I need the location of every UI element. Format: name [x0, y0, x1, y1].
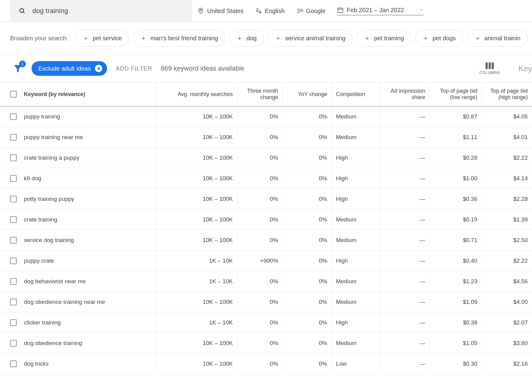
- row-checkbox[interactable]: [10, 113, 17, 120]
- active-filter-chip[interactable]: Exclude adult ideas ✕: [32, 61, 107, 76]
- keyword-search-box[interactable]: dog training: [10, 0, 192, 22]
- targeting-options: United States English Google: [197, 7, 423, 15]
- three-mo-cell: 0%: [237, 189, 283, 209]
- row-checkbox[interactable]: [10, 257, 17, 264]
- yoy-cell: 0%: [283, 148, 332, 168]
- col-keyword[interactable]: Keyword (by relevance): [0, 83, 156, 106]
- three-mo-cell: +900%: [237, 251, 283, 271]
- row-checkbox[interactable]: [10, 278, 17, 285]
- col-competition[interactable]: Competition: [332, 83, 380, 106]
- svg-point-2: [200, 9, 202, 11]
- table-row[interactable]: crate training10K – 100K0%0%Medium—$0.19…: [0, 209, 532, 230]
- table-row[interactable]: dog obedience training10K – 100K0%0%Medi…: [0, 333, 532, 354]
- plus-icon: ＋: [364, 34, 370, 43]
- svg-rect-13: [489, 62, 491, 69]
- svg-point-6: [301, 9, 302, 11]
- row-checkbox[interactable]: [10, 175, 17, 182]
- keyword-cell: puppy crate: [24, 257, 54, 264]
- filter-funnel-button[interactable]: 1: [13, 63, 23, 74]
- three-mo-cell: 0%: [237, 312, 283, 333]
- table-row[interactable]: dog behaviorist near me1K – 10K0%0%Mediu…: [0, 271, 532, 292]
- table-row[interactable]: potty training puppy10K – 100K0%0%High—$…: [0, 189, 532, 209]
- broaden-chip[interactable]: ＋man's best friend training: [133, 30, 225, 47]
- bid-high-cell: $2.16: [482, 354, 532, 374]
- table-row[interactable]: clicker training1K – 10K0%0%High—$0.38$2…: [0, 312, 532, 333]
- row-checkbox[interactable]: [10, 134, 17, 141]
- ad-share-cell: —: [380, 251, 430, 271]
- row-checkbox[interactable]: [10, 237, 17, 244]
- keyword-ideas-table: Keyword (by relevance) Avg. monthly sear…: [0, 82, 532, 374]
- avg-cell: 10K – 100K: [156, 106, 237, 127]
- table-row[interactable]: puppy crate1K – 10K+900%0%High—$0.40$2.2…: [0, 251, 532, 271]
- table-row[interactable]: dog tricks10K – 100K0%0%Low—$0.30$2.16: [0, 354, 532, 374]
- avg-cell: 10K – 100K: [156, 168, 237, 189]
- bid-low-cell: $0.87: [430, 106, 482, 127]
- bid-high-cell: $4.01: [482, 127, 532, 148]
- col-avg-searches[interactable]: Avg. monthly searches: [156, 83, 237, 106]
- location-selector[interactable]: United States: [197, 8, 244, 15]
- row-checkbox[interactable]: [10, 340, 17, 347]
- yoy-cell: 0%: [283, 312, 332, 333]
- bid-high-cell: $2.22: [482, 251, 532, 271]
- row-checkbox[interactable]: [10, 319, 17, 326]
- add-filter-button[interactable]: ADD FILTER: [116, 65, 152, 72]
- broaden-chip[interactable]: ＋pet dogs: [415, 30, 463, 47]
- svg-rect-12: [486, 62, 488, 69]
- top-bar: dog training United States English: [0, 0, 532, 22]
- bid-high-cell: $2.07: [482, 312, 532, 333]
- language-icon: [255, 8, 262, 14]
- ad-share-cell: —: [380, 312, 430, 333]
- plus-icon: ＋: [236, 34, 243, 43]
- language-text: English: [265, 8, 285, 15]
- avg-cell: 10K – 100K: [156, 127, 237, 148]
- three-mo-cell: 0%: [237, 106, 283, 127]
- col-bid-low[interactable]: Top of page bid (low range): [430, 83, 482, 106]
- bid-high-cell: $3.80: [482, 333, 532, 354]
- table-row[interactable]: puppy training near me10K – 100K0%0%Medi…: [0, 127, 532, 148]
- col-bid-high[interactable]: Top of page bid (high range): [482, 83, 532, 106]
- row-checkbox[interactable]: [10, 154, 17, 161]
- cutoff-text: Key: [518, 64, 532, 73]
- col-three-month[interactable]: Three month change: [237, 83, 283, 106]
- keyword-cell: potty training puppy: [24, 196, 74, 202]
- avg-cell: 1K – 10K: [156, 251, 237, 271]
- three-mo-cell: 0%: [237, 230, 283, 251]
- keyword-cell: puppy training near me: [24, 134, 83, 141]
- yoy-cell: 0%: [283, 230, 332, 251]
- bid-low-cell: $1.11: [430, 127, 482, 148]
- select-all-checkbox[interactable]: [10, 91, 17, 98]
- bid-low-cell: $0.36: [430, 189, 482, 209]
- broaden-chip[interactable]: ＋pet service: [75, 30, 129, 47]
- broaden-chip[interactable]: ＋pet training: [357, 30, 411, 47]
- bid-low-cell: $1.09: [430, 292, 482, 312]
- col-ad-share[interactable]: Ad impression share: [380, 83, 430, 106]
- network-selector[interactable]: Google: [296, 8, 326, 15]
- row-checkbox[interactable]: [10, 360, 17, 367]
- language-selector[interactable]: English: [255, 8, 285, 15]
- remove-filter-icon[interactable]: ✕: [95, 65, 102, 72]
- row-checkbox[interactable]: [10, 196, 17, 202]
- keyword-cell: k9 dog: [24, 175, 41, 182]
- table-row[interactable]: crate training a puppy10K – 100K0%0%High…: [0, 148, 532, 168]
- date-range-selector[interactable]: Feb 2021 – Jan 2022: [337, 7, 423, 15]
- table-row[interactable]: puppy training10K – 100K0%0%Medium—$0.87…: [0, 106, 532, 127]
- broaden-chip[interactable]: ＋animal trainin: [467, 30, 527, 47]
- table-row[interactable]: service dog training10K – 100K0%0%Medium…: [0, 230, 532, 251]
- columns-button[interactable]: COLUMNS: [480, 62, 500, 75]
- table-row[interactable]: dog obedience training near me10K – 100K…: [0, 292, 532, 312]
- row-checkbox[interactable]: [10, 216, 17, 223]
- competition-cell: Medium: [332, 292, 380, 312]
- ad-share-cell: —: [380, 168, 430, 189]
- bid-low-cell: $0.38: [430, 312, 482, 333]
- col-yoy[interactable]: YoY change: [283, 83, 332, 106]
- broaden-chip[interactable]: ＋dog: [229, 30, 264, 47]
- table-row[interactable]: k9 dog10K – 100K0%0%High—$1.00$4.14: [0, 168, 532, 189]
- avg-cell: 10K – 100K: [156, 189, 237, 209]
- broaden-chip[interactable]: ＋service animal training: [268, 30, 352, 47]
- search-term: dog training: [32, 7, 68, 15]
- location-icon: [197, 8, 204, 14]
- yoy-cell: 0%: [283, 292, 332, 312]
- columns-label: COLUMNS: [480, 70, 500, 75]
- row-checkbox[interactable]: [10, 299, 17, 305]
- avg-cell: 1K – 10K: [156, 312, 237, 333]
